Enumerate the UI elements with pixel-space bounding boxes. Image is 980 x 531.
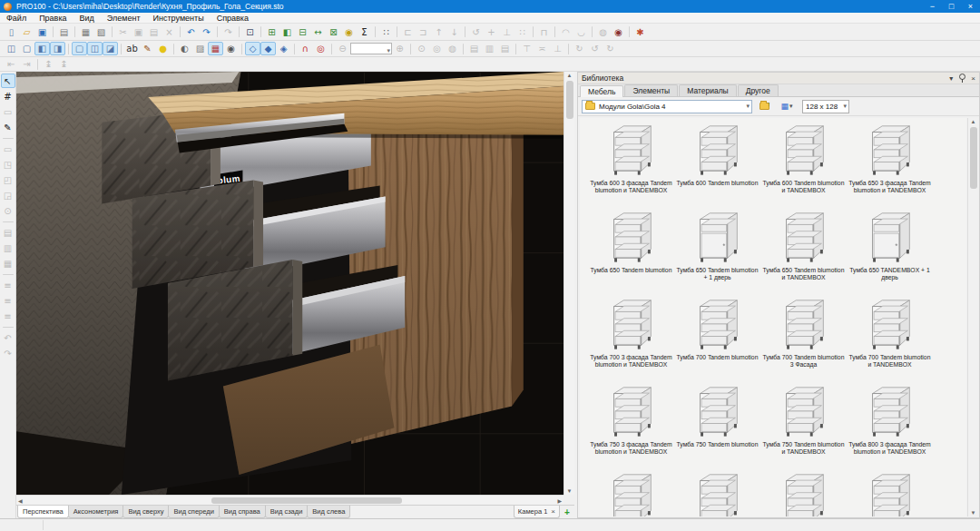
pin-icon[interactable] [958,74,965,84]
save-file-icon[interactable]: ▣ [34,25,50,39]
render-eye-icon[interactable]: ◉ [611,25,626,39]
sum-icon[interactable]: Σ [357,25,372,39]
menu-item[interactable]: Инструменты [147,14,211,23]
report-icon[interactable]: ▤ [56,25,72,39]
scroll-up-icon[interactable]: ▲ [564,73,574,78]
library-item[interactable]: Тумба 700 Tandem blumotion [674,295,760,382]
view-tab[interactable]: Вид сзади [265,506,309,518]
library-tab[interactable]: Мебель [580,85,623,97]
library-item[interactable]: Тумба 750 3 фасада Tandem blumotion и TA… [588,382,674,469]
scroll-down-icon[interactable]: ▼ [564,488,574,494]
restore-button[interactable]: □ [942,0,961,13]
scroll-right-icon[interactable]: ▶ [557,497,562,504]
snap-corner-icon[interactable]: ◇ [245,42,260,55]
board-h-icon[interactable]: ◧ [34,42,50,55]
library-scroll-down-icon[interactable]: ▼ [968,510,978,516]
print-icon[interactable]: ▦ [78,25,93,39]
library-item[interactable]: Тумба 750 Tandem blumotion и TANDEMBOX [760,382,847,469]
snap-grid-icon[interactable]: ∷ [378,25,394,39]
menu-item[interactable]: Справка [211,14,255,23]
library-item[interactable] [760,469,847,516]
menu-item[interactable]: Файл [0,14,33,23]
print-preview-icon[interactable]: ▧ [93,25,109,39]
contour-fill-icon[interactable]: ◪ [103,42,118,55]
library-collapse-button[interactable]: ▾ [949,74,953,83]
price-icon[interactable]: ◉ [341,25,357,39]
library-item[interactable]: Тумба 650 3 фасада Tandem blumotion и TA… [847,121,933,208]
thumbnail-size-combo[interactable]: 128 x 128 [802,100,849,113]
texture-icon[interactable]: ▨ [192,42,208,55]
menu-item[interactable]: Правка [33,14,73,23]
object-list-icon[interactable]: ⊠ [326,25,341,39]
library-item[interactable]: Тумба 650 TANDEMBOX + 1 дверь [847,208,933,295]
grid-icon[interactable]: ▦ [208,42,223,55]
contour-edit-icon[interactable]: ◫ [87,42,103,55]
library-item[interactable]: Тумба 700 Tandem blumotion 3 Фасада [760,295,847,382]
add-camera-button[interactable]: + [560,506,574,518]
names-icon[interactable]: ab [124,42,140,55]
viewport-vscrollbar[interactable]: ▲ ▼ [564,72,574,495]
vscroll-thumb[interactable] [566,81,573,119]
menu-item[interactable]: Элемент [101,14,147,23]
library-tab[interactable]: Элементы [624,84,678,96]
redo-icon[interactable]: ↷ [199,25,214,39]
hscroll-thumb[interactable] [211,497,402,504]
viewport-hscrollbar[interactable]: ◀ ▶ [16,495,564,505]
new-file-icon[interactable]: ▯ [4,25,19,39]
undo-icon[interactable]: ↶ [183,25,199,39]
library-close-button[interactable]: × [971,74,975,83]
library-vscrollbar[interactable]: ▲ ▼ [967,118,978,516]
screen-icon[interactable]: ⊡ [242,25,258,39]
light-icon[interactable]: ● [155,42,171,55]
library-item[interactable] [847,469,933,516]
library-item[interactable] [674,469,760,516]
camera-tab[interactable]: Камера 1 × [514,506,560,518]
view-mode-button[interactable]: ▦ ▾ [776,100,798,113]
view-eye-icon[interactable]: ◉ [223,42,239,55]
library-item[interactable]: Тумба 600 3 фасада Tandem blumotion и TA… [588,121,674,208]
library-item[interactable]: Тумба 800 3 фасада Tandem blumotion и TA… [847,382,933,469]
dimension-tool[interactable]: # [1,89,15,103]
magnet-icon[interactable]: ∩ [298,42,313,55]
library-item[interactable] [588,469,674,516]
edit-object-icon[interactable]: ◧ [279,25,295,39]
library-tab[interactable]: Другое [738,84,779,96]
view-tab[interactable]: Вид слева [307,506,350,518]
library-item[interactable]: Тумба 650 Tandem blumotion + 1 дверь [674,208,760,295]
folder-up-button[interactable]: ↑ [757,100,771,113]
library-item[interactable]: Тумба 650 Tandem blumotion и TANDEMBOX [760,208,847,295]
library-item[interactable]: Тумба 600 Tandem blumotion [674,121,760,208]
new-object-icon[interactable]: ⊞ [264,25,279,39]
board-icon[interactable]: ▢ [19,42,34,55]
snap-edit-icon[interactable]: ◈ [276,42,291,55]
render-canvas[interactable]: blum [16,72,564,495]
open-file-icon[interactable]: ▱ [19,25,34,39]
library-scroll-thumb[interactable] [970,127,977,189]
shading-icon[interactable]: ◐ [177,42,192,55]
zoom-level-combo[interactable] [350,43,392,54]
settings-icon[interactable]: ✱ [632,25,648,39]
library-path-combo[interactable]: Модули Gola\Gola 4 [582,100,752,113]
view-tab[interactable]: Аксонометрия [68,506,124,518]
library-item[interactable]: Тумба 700 3 фасада Tandem blumotion и TA… [588,295,674,382]
orbit-icon[interactable]: ◎ [313,42,328,55]
view-tab[interactable]: Перспектива [17,506,69,518]
paint-icon[interactable]: ✎ [140,42,155,55]
library-item[interactable]: Тумба 650 Tandem blumotion [588,208,674,295]
scroll-left-icon[interactable]: ◀ [18,497,23,504]
edge-band-icon[interactable]: ◫ [4,42,19,55]
board-v-icon[interactable]: ◨ [50,42,65,55]
contour-icon[interactable]: ▢ [72,42,87,55]
library-scroll-up-icon[interactable]: ▲ [968,119,978,124]
snap-center-icon[interactable]: ◆ [260,42,276,55]
menu-item[interactable]: Вид [74,14,101,23]
paint-dropper-tool[interactable]: ✎ [1,120,15,134]
library-item[interactable]: Тумба 600 Tandem blumotion и TANDEMBOX [760,121,847,208]
object-dimensions-icon[interactable]: ↔ [310,25,326,39]
object-report-icon[interactable]: ⊟ [295,25,310,39]
camera-close-icon[interactable]: × [551,507,555,516]
minimize-button[interactable]: − [923,0,942,13]
view-tab[interactable]: Вид справа [219,506,266,518]
library-item[interactable]: Тумба 700 Tandem blumotion и TANDEMBOX [847,295,933,382]
view-tab[interactable]: Вид сверху [122,506,169,518]
